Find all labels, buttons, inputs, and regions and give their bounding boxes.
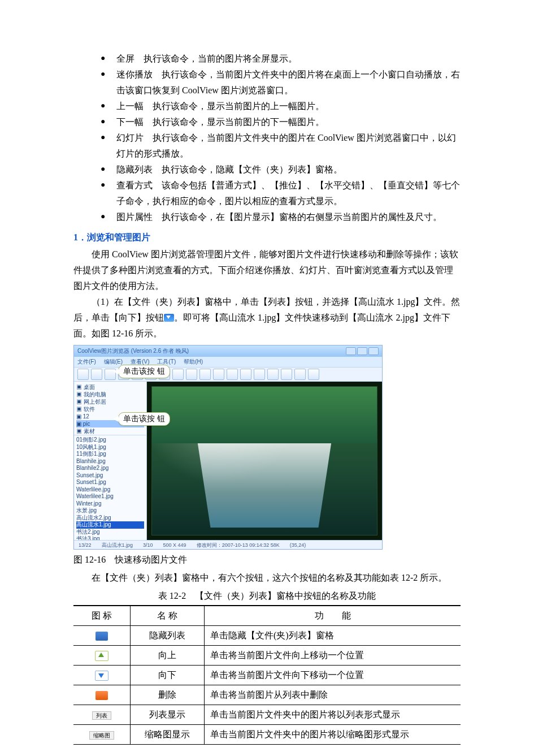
file-item-selected[interactable]: 高山流水1.jpg — [76, 521, 144, 529]
window-title: CoolView图片浏览器 (Version 2.6 作者 晚风) — [77, 346, 189, 356]
icon-cell: 列表 — [73, 705, 131, 725]
name-cell: 隐藏列表 — [131, 626, 205, 646]
icon-cell — [73, 666, 131, 685]
file-item[interactable]: Waterlilee1.jpg — [76, 493, 144, 500]
table-row: 向上 单击将当前图片文件向上移动一个位置 — [73, 646, 461, 666]
table-header: 图 标 — [73, 606, 131, 626]
waterfall-image — [151, 386, 377, 535]
file-item[interactable]: 水景.jpg — [76, 507, 144, 515]
file-item[interactable]: 10风帆1.jpg — [76, 444, 144, 451]
func-cell: 单击将当前图片从列表中删除 — [205, 685, 461, 705]
bullet-text: 隐藏列表 执行该命令，隐藏【文件（夹）列表】窗格。 — [116, 165, 342, 174]
bullet-text: 图片属性 执行该命令，在【图片显示】窗格的右侧显示当前图片的属性及尺寸。 — [116, 212, 442, 222]
table-row: 列表 列表显示 单击当前图片文件夹中的图片将以列表形式显示 — [73, 705, 461, 725]
toolbar-button[interactable] — [267, 369, 279, 380]
app-screenshot: CoolView图片浏览器 (Version 2.6 作者 晚风) 文件(F) … — [73, 345, 383, 550]
table-row: 隐藏列表 单击隐藏【文件(夹)列表】窗格 — [73, 626, 461, 646]
bullet-text: 下一幅 执行该命令，显示当前图片的下一幅图片。 — [116, 117, 324, 127]
sidebar: ▣ 桌面 ▣ 我的电脑 ▣ 网上邻居 ▣ 软件 ▣ 12 ▣ pic ▣ 素材 … — [74, 382, 147, 540]
delete-icon — [95, 691, 108, 700]
name-cell: 删除 — [131, 685, 205, 705]
func-cell: 单击隐藏【文件(夹)列表】窗格 — [205, 626, 461, 646]
file-item[interactable]: 书法3.jpg — [76, 535, 144, 540]
table-row: 删除 单击将当前图片从列表中删除 — [73, 685, 461, 705]
window-titlebar: CoolView图片浏览器 (Version 2.6 作者 晚风) — [74, 345, 382, 357]
file-list[interactable]: 01倒影2.jpg 10风帆1.jpg 11倒影1.jpg Blanhile.j… — [74, 435, 146, 540]
toolbar-button[interactable] — [308, 369, 319, 380]
toolbar-button[interactable] — [240, 369, 251, 380]
toolbar-button[interactable] — [172, 369, 184, 380]
thumbnail-view-icon: 缩略图 — [89, 731, 114, 740]
toolbar-button[interactable] — [77, 369, 89, 380]
icon-cell — [73, 626, 131, 646]
file-item[interactable]: Sunset.jpg — [76, 472, 144, 479]
tree-item[interactable]: ▣ 桌面 — [76, 383, 144, 391]
toolbar-button[interactable] — [227, 369, 238, 380]
table-header: 功 能 — [205, 606, 461, 626]
bullet-item: 全屏 执行该命令，当前的图片将全屏显示。 — [101, 51, 461, 67]
toolbar-button[interactable] — [254, 369, 265, 380]
icon-cell — [73, 685, 131, 705]
func-cell: 单击当前图片文件夹中的图片将以缩略图形式显示 — [205, 725, 461, 745]
move-up-icon — [95, 651, 108, 661]
status-index: 13/22 — [79, 541, 92, 550]
status-count: 3/10 — [143, 541, 153, 550]
table-header-row: 图 标 名 称 功 能 — [73, 606, 461, 626]
file-item[interactable]: Blanhile2.jpg — [76, 465, 144, 472]
bullet-text: 全屏 执行该命令，当前的图片将全屏显示。 — [116, 54, 297, 63]
bullet-item: 查看方式 该命令包括【普通方式】、【推位】、【水平交错】、【垂直交错】等七个子命… — [101, 178, 461, 209]
bullet-item: 图片属性 执行该命令，在【图片显示】窗格的右侧显示当前图片的属性及尺寸。 — [101, 209, 461, 225]
status-position: (35,24) — [290, 541, 306, 550]
minimize-icon[interactable] — [346, 347, 356, 355]
folder-tree[interactable]: ▣ 桌面 ▣ 我的电脑 ▣ 网上邻居 ▣ 软件 ▣ 12 ▣ pic ▣ 素材 — [74, 382, 146, 435]
file-item[interactable]: Sunset1.jpg — [76, 479, 144, 486]
status-filename: 高山流水1.jpg — [102, 541, 133, 550]
hide-list-icon — [95, 632, 108, 641]
bullet-list: 全屏 执行该命令，当前的图片将全屏显示。 迷你播放 执行该命令，当前图片文件夹中… — [73, 51, 461, 225]
file-item[interactable]: 书法2.jpg — [76, 529, 144, 536]
file-item[interactable]: Waterlilee.jpg — [76, 486, 144, 494]
tree-item[interactable]: ▣ 我的电脑 — [76, 391, 144, 398]
down-icon — [164, 314, 174, 322]
menu-item[interactable]: 帮助(H) — [184, 357, 203, 367]
toolbar-button[interactable] — [213, 369, 224, 380]
func-cell: 单击当前图片文件夹中的图片将以列表形式显示 — [205, 705, 461, 725]
status-size: 500 X 449 — [163, 541, 186, 550]
bullet-text: 迷你播放 执行该命令，当前图片文件夹中的图片将在桌面上一个小窗口自动播放，右击该… — [116, 70, 460, 95]
menu-item[interactable]: 文件(F) — [77, 357, 96, 367]
paragraph: 在【文件（夹）列表】窗格中，有六个按钮，这六个按钮的名称及其功能如表 12-2 … — [73, 570, 461, 586]
close-icon[interactable] — [368, 347, 379, 355]
callout-bubble: 单击该按 钮 — [118, 365, 170, 378]
section-heading: 1．浏览和管理图片 — [73, 230, 461, 245]
toolbar-button[interactable] — [91, 369, 102, 380]
file-item[interactable]: 01倒影2.jpg — [76, 437, 144, 444]
icon-cell: 缩略图 — [73, 725, 131, 745]
maximize-icon[interactable] — [357, 347, 367, 355]
bullet-item: 上一幅 执行该命令，显示当前图片的上一幅图片。 — [101, 98, 461, 114]
table-header: 名 称 — [131, 606, 205, 626]
file-item[interactable]: Blanhile.jpg — [76, 458, 144, 465]
file-item[interactable]: 11倒影1.jpg — [76, 451, 144, 458]
name-cell: 向下 — [131, 666, 205, 685]
tree-item[interactable]: ▣ 素材 — [76, 427, 144, 435]
toolbar-button[interactable] — [281, 369, 292, 380]
name-cell: 缩略图显示 — [131, 725, 205, 745]
file-item[interactable]: Winter.jpg — [76, 500, 144, 508]
toolbar-button[interactable] — [186, 369, 197, 380]
document-page: 全屏 执行该命令，当前的图片将全屏显示。 迷你播放 执行该命令，当前图片文件夹中… — [0, 0, 534, 756]
image-preview — [147, 382, 382, 540]
icon-cell — [73, 646, 131, 666]
func-cell: 单击将当前图片文件向上移动一个位置 — [205, 646, 461, 666]
table-caption: 表 12-2 【文件（夹）列表】窗格中按钮的名称及功能 — [73, 588, 461, 604]
bullet-item: 幻灯片 执行该命令，当前图片文件夹中的图片在 CoolView 图片浏览器窗口中… — [101, 130, 461, 162]
app-body: ▣ 桌面 ▣ 我的电脑 ▣ 网上邻居 ▣ 软件 ▣ 12 ▣ pic ▣ 素材 … — [74, 382, 382, 540]
tree-item[interactable]: ▣ 网上邻居 — [76, 398, 144, 405]
paragraph: （1）在【文件（夹）列表】窗格中，单击【列表】按钮，并选择【高山流水 1.jpg… — [73, 294, 461, 342]
file-item[interactable]: 高山流水2.jpg — [76, 515, 144, 522]
toolbar-button[interactable] — [294, 369, 306, 380]
table-row: 缩略图 缩略图显示 单击当前图片文件夹中的图片将以缩略图形式显示 — [73, 725, 461, 745]
callout-text: 单击该按 钮 — [123, 414, 165, 423]
figure-caption: 图 12-16 快速移动图片文件 — [73, 552, 461, 568]
toolbar-button[interactable] — [199, 369, 211, 380]
name-cell: 向上 — [131, 646, 205, 666]
